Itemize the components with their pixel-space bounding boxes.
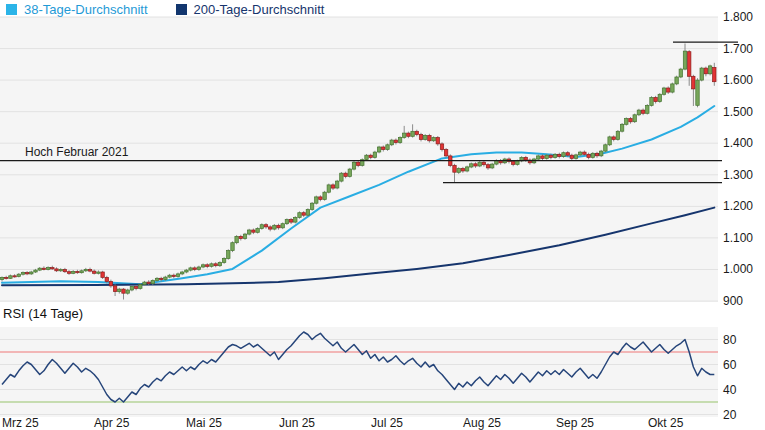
candle-up: [310, 203, 313, 209]
candle-down: [252, 230, 255, 232]
candle-down: [570, 155, 573, 158]
candle-up: [491, 164, 494, 168]
candle-up: [352, 162, 355, 169]
candle-up: [201, 265, 204, 267]
candle-down: [67, 272, 70, 274]
candle-up: [143, 282, 146, 285]
month-tick-label: Apr 25: [94, 416, 130, 430]
candle-down: [42, 268, 45, 269]
candle-up: [553, 154, 556, 157]
price-tick-label: 1.400: [723, 136, 753, 150]
legend-item-ma200: 200-Tage-Durchschnitt: [176, 2, 325, 17]
candle-down: [25, 273, 28, 274]
candle-up: [189, 268, 192, 270]
candle-up: [625, 119, 628, 125]
candle-down: [134, 287, 137, 289]
candle-down: [302, 213, 305, 216]
price-tick-label: 1.800: [723, 10, 753, 24]
candle-down: [63, 270, 66, 272]
candle-up: [662, 88, 665, 94]
candle-up: [260, 225, 263, 229]
candle-down: [382, 147, 385, 150]
chart-svg: Hoch Februar 2021 1.800 1.700 1.600 1.50…: [0, 0, 765, 430]
candle-up: [151, 281, 154, 284]
candle-up: [80, 271, 83, 273]
candle-down: [193, 268, 196, 270]
candle-down: [76, 271, 79, 272]
month-tick-label: Mai 25: [186, 416, 222, 430]
candle-down: [667, 88, 670, 92]
candle-down: [357, 162, 360, 165]
candle-up: [432, 138, 435, 141]
candle-up: [679, 69, 682, 77]
price-tick-label: 1.200: [723, 199, 753, 213]
candle-up: [46, 268, 49, 270]
price-tick-label: 1.000: [723, 262, 753, 276]
candle-up: [176, 274, 179, 277]
hoch-februar-label: Hoch Februar 2021: [25, 145, 129, 159]
main-pane-bg: [0, 17, 718, 302]
candle-up: [285, 220, 288, 224]
candle-down: [113, 286, 116, 292]
candle-up: [273, 225, 276, 229]
candle-down: [415, 131, 418, 134]
candle-down: [453, 165, 456, 172]
candle-up: [164, 277, 167, 280]
candle-up: [218, 263, 221, 266]
ma200-legend-label: 200-Tage-Durchschnitt: [194, 2, 325, 17]
candle-down: [512, 162, 515, 165]
candle-up: [604, 145, 607, 151]
candle-up: [646, 105, 649, 113]
candle-down: [486, 165, 489, 168]
candle-up: [465, 167, 468, 171]
candle-up: [683, 51, 686, 69]
candle-down: [692, 76, 695, 89]
candle-down: [214, 264, 217, 266]
chart-widget: 38-Tage-Durchschnitt 200-Tage-Durchschni…: [0, 0, 765, 430]
candle-up: [348, 169, 351, 176]
candle-down: [541, 156, 544, 159]
candle-down: [172, 275, 175, 276]
rsi-tick-label: 40: [723, 383, 737, 397]
candle-down: [583, 152, 586, 154]
candle-up: [398, 138, 401, 143]
candle-down: [5, 277, 8, 278]
candle-down: [13, 276, 16, 277]
candle-up: [591, 153, 594, 157]
rsi-axis: 80 60 40 20: [723, 333, 737, 422]
ma200-swatch-icon: [176, 4, 187, 15]
month-tick-label: Mrz 25: [2, 416, 39, 430]
candle-up: [222, 258, 225, 262]
candle-down: [51, 268, 54, 269]
candle-down: [55, 269, 58, 271]
candle-up: [227, 251, 230, 259]
candle-down: [713, 68, 716, 82]
candle-up: [34, 270, 37, 272]
candle-down: [641, 110, 644, 113]
month-tick-label: Sep 25: [556, 416, 594, 430]
candle-down: [109, 282, 112, 286]
candle-up: [336, 181, 339, 188]
candle-down: [440, 144, 443, 150]
candle-down: [369, 155, 372, 157]
candle-up: [537, 156, 540, 159]
candle-up: [126, 290, 129, 293]
price-tick-label: 1.100: [723, 231, 753, 245]
candle-down: [444, 150, 447, 156]
candle-down: [595, 153, 598, 156]
candle-up: [470, 164, 473, 167]
candle-up: [231, 243, 234, 251]
candle-up: [386, 145, 389, 150]
candle-up: [671, 84, 674, 92]
candle-up: [327, 185, 330, 192]
candle-down: [461, 169, 464, 172]
month-tick-label: Jun 25: [279, 416, 315, 430]
candle-up: [600, 151, 603, 156]
candle-down: [269, 227, 272, 229]
candle-up: [562, 153, 565, 157]
candle-up: [315, 197, 318, 203]
price-tick-label: 1.500: [723, 105, 753, 119]
candle-up: [411, 131, 414, 136]
candle-down: [704, 68, 707, 74]
candle-up: [235, 236, 238, 242]
